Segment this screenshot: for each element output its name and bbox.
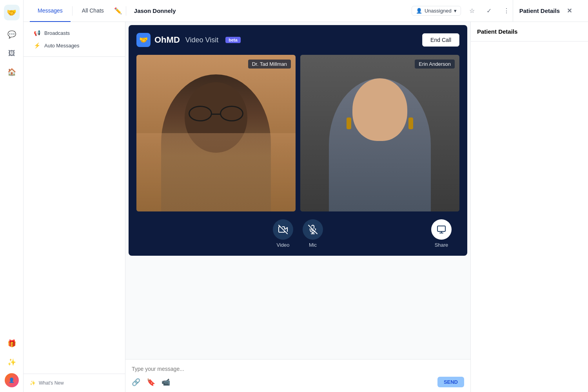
more-icon: ⋮ <box>503 7 510 14</box>
tab-messages-label: Messages <box>38 7 63 14</box>
end-call-button[interactable]: End Call <box>422 33 459 47</box>
share-label: Share <box>435 242 448 248</box>
tab-all-chats-label: All Chats <box>82 7 104 14</box>
tab-all-chats[interactable]: All Chats <box>74 0 112 22</box>
sidebar-item-messages[interactable]: 💬 <box>4 27 20 42</box>
chevron-down-icon: ▾ <box>454 8 457 14</box>
mic-control-circle <box>303 219 323 240</box>
sparkle-icon: ✨ <box>7 358 16 367</box>
image-icon: 🖼 <box>8 49 15 58</box>
sidebar-logo[interactable]: 🤝 <box>4 5 20 20</box>
beta-badge: beta <box>225 37 241 43</box>
center-panel: 🤝 OhMD Video Visit beta End Call <box>125 22 470 392</box>
nav-divider <box>72 6 73 16</box>
tab-messages[interactable]: Messages <box>30 0 71 22</box>
video-feed-participant-1: Dr. Tad Millman <box>136 55 296 211</box>
video-feed-participant-2: Erin Anderson <box>300 55 459 211</box>
top-nav: Messages All Chats ✏️ Jason Donnely 👤 Un… <box>24 0 588 22</box>
whats-new-item[interactable]: ✨ What's New <box>30 380 119 386</box>
patient-details-header: Patient Details ✕ <box>513 0 582 22</box>
gift-icon: 🎁 <box>7 339 16 348</box>
unassigned-label: Unassigned <box>425 8 452 14</box>
star-icon: ☆ <box>469 7 475 14</box>
whats-new-label: What's New <box>39 380 64 386</box>
person-icon: 👤 <box>416 8 422 14</box>
bookmark-icon[interactable]: 🔖 <box>147 378 155 387</box>
broadcasts-icon: 📢 <box>34 30 40 36</box>
check-icon: ✓ <box>486 7 492 14</box>
auto-messages-icon: ⚡ <box>34 42 40 49</box>
message-input[interactable] <box>132 364 464 374</box>
message-area: 🔗 🔖 📹 SEND <box>125 359 470 392</box>
video-controls: Video Mic <box>136 219 459 248</box>
participant-2-label: Erin Anderson <box>415 60 455 69</box>
edit-button[interactable]: ✏️ <box>112 5 124 17</box>
whats-new-icon: ✨ <box>30 380 36 386</box>
edit-icon: ✏️ <box>114 7 122 14</box>
message-toolbar: 🔗 🔖 📹 SEND <box>132 377 464 387</box>
close-icon: ✕ <box>567 7 572 14</box>
sidebar-item-whats-new[interactable]: ✨ <box>4 354 20 370</box>
check-button[interactable]: ✓ <box>483 5 495 17</box>
chat-name: Jason Donnely <box>128 7 412 14</box>
left-panel: 📢 Broadcasts ⚡ Auto Messages ✨ What's Ne… <box>24 22 125 392</box>
nav-divider-2 <box>126 6 126 16</box>
user-avatar[interactable]: 👤 <box>5 373 19 387</box>
mic-control-label: Mic <box>309 242 317 248</box>
video-control-circle <box>273 219 293 240</box>
brand-logo: 🤝 <box>136 33 151 47</box>
sidebar: 🤝 💬 🖼 🏠 🎁 ✨ 👤 <box>0 0 24 392</box>
unassigned-dropdown[interactable]: 👤 Unassigned ▾ <box>412 6 461 16</box>
sidebar-item-home[interactable]: 🏠 <box>4 64 20 80</box>
home-icon: 🏠 <box>7 68 16 76</box>
more-button[interactable]: ⋮ <box>500 5 513 17</box>
star-button[interactable]: ☆ <box>466 5 478 17</box>
video-control-button[interactable]: Video <box>273 219 293 248</box>
attach-icon[interactable]: 🔗 <box>132 378 140 387</box>
close-patient-details-button[interactable]: ✕ <box>563 5 575 17</box>
video-tool-icon[interactable]: 📹 <box>162 378 170 387</box>
patient-details-label: Patient Details <box>519 7 560 14</box>
video-overlay: 🤝 OhMD Video Visit beta End Call <box>129 25 467 256</box>
sidebar-item-gift[interactable]: 🎁 <box>4 336 20 351</box>
participant-1-label: Dr. Tad Millman <box>248 60 291 69</box>
auto-messages-nav-item[interactable]: ⚡ Auto Messages <box>30 39 119 52</box>
video-subtitle: Video Visit <box>185 36 218 44</box>
right-panel: Patient Details <box>470 22 588 392</box>
send-button[interactable]: SEND <box>437 377 464 387</box>
left-nav: 📢 Broadcasts ⚡ Auto Messages <box>24 22 125 57</box>
svg-rect-4 <box>437 226 445 231</box>
main-area: Messages All Chats ✏️ Jason Donnely 👤 Un… <box>24 0 588 392</box>
video-control-label: Video <box>276 242 289 248</box>
right-panel-header: Patient Details <box>471 22 588 42</box>
video-brand: 🤝 OhMD Video Visit beta <box>136 33 241 47</box>
video-header: 🤝 OhMD Video Visit beta End Call <box>136 33 459 47</box>
broadcasts-nav-item[interactable]: 📢 Broadcasts <box>30 27 119 39</box>
mic-control-button[interactable]: Mic <box>303 219 323 248</box>
sidebar-item-images[interactable]: 🖼 <box>4 45 20 61</box>
brand-name: OhMD <box>154 35 180 45</box>
brand-logo-icon: 🤝 <box>139 36 148 44</box>
message-tools: 🔗 🔖 📹 <box>132 378 170 387</box>
share-button[interactable]: Share <box>431 219 452 248</box>
auto-messages-label: Auto Messages <box>44 43 80 49</box>
video-feeds: Dr. Tad Millman Erin Ande <box>136 55 459 211</box>
nav-actions: 👤 Unassigned ▾ ☆ ✓ ⋮ <box>412 5 513 17</box>
broadcasts-label: Broadcasts <box>44 30 70 36</box>
ohmd-logo-icon: 🤝 <box>7 8 16 17</box>
content-area: 📢 Broadcasts ⚡ Auto Messages ✨ What's Ne… <box>24 22 588 392</box>
patient-details-title: Patient Details <box>477 28 517 35</box>
messages-icon: 💬 <box>7 30 16 39</box>
share-circle <box>431 219 452 240</box>
